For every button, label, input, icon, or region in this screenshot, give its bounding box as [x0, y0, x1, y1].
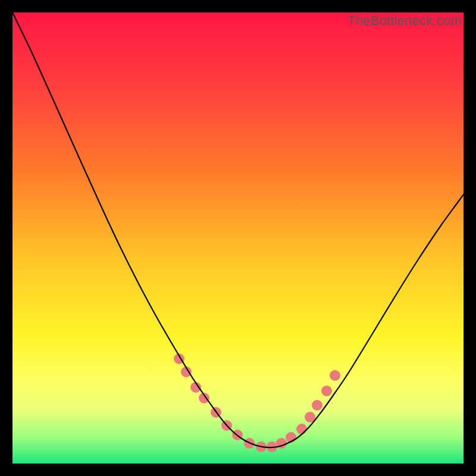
gradient-background [12, 12, 464, 464]
highlight-dot [312, 400, 322, 411]
chart-svg [12, 12, 464, 464]
highlight-dot [296, 424, 307, 434]
highlight-dot [321, 386, 332, 396]
watermark-text: TheBottleneck.com [347, 13, 462, 29]
chart-area [12, 12, 464, 464]
highlight-dot [330, 370, 340, 381]
